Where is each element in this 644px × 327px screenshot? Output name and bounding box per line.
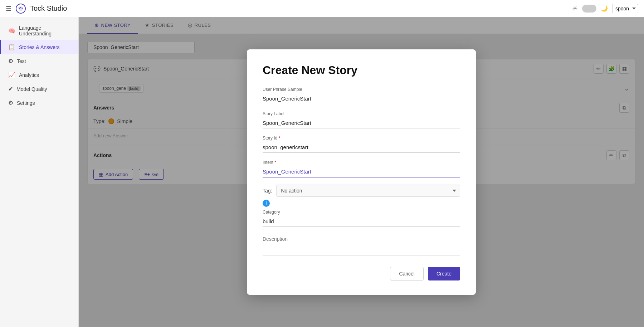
user-phrase-input[interactable] xyxy=(263,93,460,104)
sidebar-item-language-understanding[interactable]: 🧠 Language Understanding xyxy=(0,21,78,40)
sidebar-label-stories-answers: Stories & Answers xyxy=(19,44,60,50)
sidebar-label-analytics: Analytics xyxy=(19,72,39,78)
app-selector[interactable]: spoon xyxy=(612,4,638,13)
user-phrase-group: User Phrase Sample xyxy=(263,87,460,104)
story-label-group: Story Label xyxy=(263,111,460,128)
settings-icon: ⚙ xyxy=(8,99,13,106)
sidebar-label-settings: Settings xyxy=(17,100,35,106)
intent-input[interactable] xyxy=(263,166,460,177)
category-input[interactable] xyxy=(263,216,460,227)
category-label: Category xyxy=(263,210,460,215)
sidebar-item-settings[interactable]: ⚙ Settings xyxy=(0,96,78,110)
sidebar-label-language-understanding: Language Understanding xyxy=(19,25,71,36)
stories-icon: 📋 xyxy=(8,44,15,50)
modal-footer: Cancel Create xyxy=(263,267,460,280)
modal-title: Create New Story xyxy=(263,64,460,77)
menu-icon[interactable]: ☰ xyxy=(6,5,11,13)
story-id-label: Story Id xyxy=(263,136,460,141)
main-layout: 🧠 Language Understanding 📋 Stories & Ans… xyxy=(0,17,644,327)
theme-toggle[interactable] xyxy=(582,5,596,13)
create-story-modal: Create New Story User Phrase Sample Stor… xyxy=(247,49,476,295)
story-id-input[interactable] xyxy=(263,142,460,153)
tag-row: Tag: No action Action 1 Action 2 xyxy=(263,185,460,197)
tag-label: Tag: xyxy=(263,188,272,194)
sidebar-item-analytics[interactable]: 📈 Analytics xyxy=(0,68,78,82)
analytics-icon: 📈 xyxy=(8,72,15,78)
tag-select[interactable]: No action Action 1 Action 2 xyxy=(276,185,460,197)
topbar: ☰ Tock Studio ☀ 🌙 spoon xyxy=(0,0,644,17)
moon-icon: 🌙 xyxy=(601,5,608,12)
intent-label: Intent xyxy=(263,160,460,165)
info-badge: i xyxy=(263,200,270,207)
sidebar-item-model-quality[interactable]: ✔ Model Quality xyxy=(0,82,78,96)
description-textarea[interactable] xyxy=(263,234,460,255)
modal-overlay[interactable]: Create New Story User Phrase Sample Stor… xyxy=(79,17,644,327)
svg-point-2 xyxy=(20,7,21,8)
content-area: ⊕ NEW STORY ★ STORIES ◎ RULES Spoon_Gene… xyxy=(79,17,644,327)
brain-icon: 🧠 xyxy=(8,28,15,34)
svg-point-3 xyxy=(22,8,23,9)
category-group: Category xyxy=(263,210,460,227)
svg-point-1 xyxy=(19,8,20,9)
story-id-group: Story Id xyxy=(263,136,460,153)
description-group xyxy=(263,234,460,257)
story-label-label: Story Label xyxy=(263,111,460,116)
sidebar-item-stories-answers[interactable]: 📋 Stories & Answers xyxy=(0,40,78,54)
story-label-input[interactable] xyxy=(263,118,460,128)
sidebar-label-test: Test xyxy=(17,58,26,64)
model-quality-icon: ✔ xyxy=(8,86,13,92)
cancel-button[interactable]: Cancel xyxy=(390,267,424,280)
intent-group: Intent xyxy=(263,160,460,177)
user-phrase-label: User Phrase Sample xyxy=(263,87,460,92)
sidebar: 🧠 Language Understanding 📋 Stories & Ans… xyxy=(0,17,79,327)
app-title: Tock Studio xyxy=(30,4,67,13)
sun-icon: ☀ xyxy=(572,5,578,13)
test-icon: ⚙ xyxy=(8,58,13,64)
sidebar-item-test[interactable]: ⚙ Test xyxy=(0,54,78,68)
app-logo xyxy=(16,4,26,14)
create-button[interactable]: Create xyxy=(428,267,460,280)
sidebar-label-model-quality: Model Quality xyxy=(16,86,47,92)
